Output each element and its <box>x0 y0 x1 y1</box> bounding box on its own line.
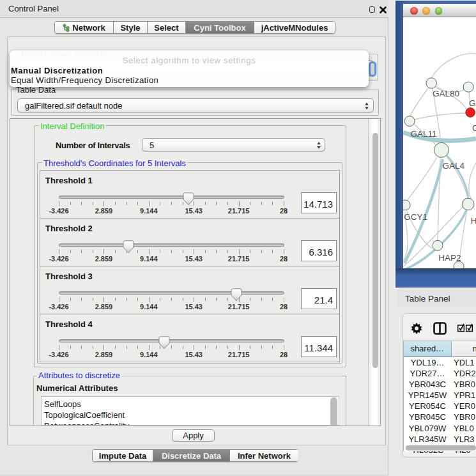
svg-text:GCY1: GCY1 <box>404 212 427 222</box>
svg-text:HAP2: HAP2 <box>438 253 461 263</box>
svg-text:GA: GA <box>469 98 476 108</box>
svg-text:H: H <box>471 216 476 226</box>
svg-text:GAL80: GAL80 <box>433 89 459 98</box>
svg-text:GAL4: GAL4 <box>443 161 465 171</box>
svg-text:G: G <box>472 123 476 133</box>
svg-text:GAL11: GAL11 <box>411 129 437 139</box>
